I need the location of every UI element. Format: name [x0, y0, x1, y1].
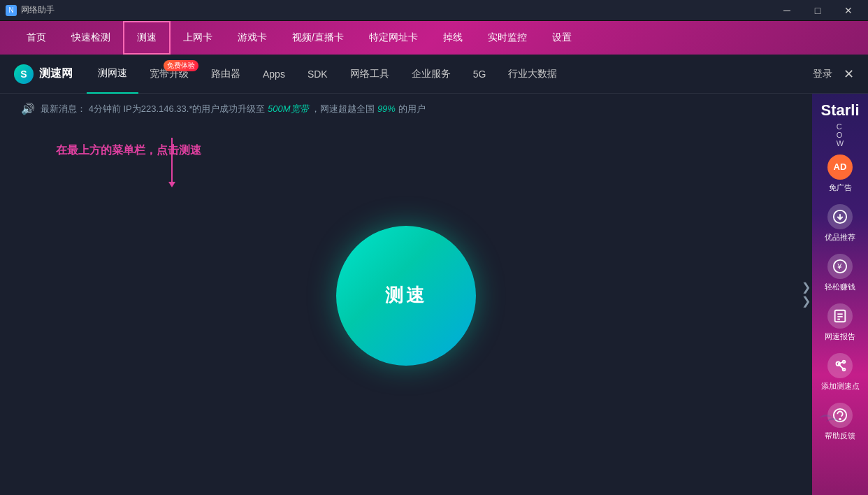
logo-text: 测速网	[39, 66, 73, 81]
top-nav: 首页 快速检测 测速 上网卡 游戏卡 视频/直播卡 特定网址卡 掉线 实时监控 …	[0, 21, 868, 55]
close-inner-button[interactable]: ✕	[844, 66, 854, 82]
inner-nav-item-5g[interactable]: 5G	[462, 55, 498, 94]
ticker-highlight2: 99%	[377, 103, 396, 114]
inner-nav-item-tools[interactable]: 网络工具	[339, 55, 400, 94]
sidebar-label-earn: 轻松赚钱	[825, 282, 855, 292]
login-button[interactable]: 登录	[813, 68, 832, 80]
sidebar-label-recommend: 优品推荐	[825, 232, 855, 243]
speed-test-button[interactable]: 测速	[336, 226, 476, 366]
maximize-button[interactable]: □	[804, 0, 832, 21]
ticker-middle: ，网速超越全国	[311, 103, 375, 114]
sidebar-label-report: 网速报告	[825, 331, 855, 342]
app-title: 网络助手	[21, 4, 55, 16]
report-icon	[827, 303, 853, 329]
free-badge: 免费体验	[164, 60, 198, 71]
top-nav-item-disconnect[interactable]: 掉线	[431, 21, 475, 55]
news-ticker: 🔊 最新消息： 4分钟前 IP为223.146.33.*的用户成功升级至 500…	[0, 94, 812, 124]
sidebar-item-recommend[interactable]: 优品推荐	[812, 199, 868, 248]
sidebar-item-report[interactable]: 网速报告	[812, 298, 868, 347]
main-content: 🔊 最新消息： 4分钟前 IP为223.146.33.*的用户成功升级至 500…	[0, 94, 868, 495]
add-node-icon	[827, 353, 853, 378]
ticker-text: 4分钟前 IP为223.146.33.*的用户成功升级至	[89, 103, 266, 114]
top-nav-item-video[interactable]: 视频/直播卡	[280, 21, 356, 55]
app-icon: N	[6, 5, 17, 16]
minimize-button[interactable]: ─	[773, 0, 801, 21]
sidebar-item-no-ads[interactable]: AD 免广告	[812, 149, 868, 199]
ticker-content: 最新消息： 4分钟前 IP为223.146.33.*的用户成功升级至 500M宽…	[41, 103, 426, 115]
top-nav-item-internet[interactable]: 上网卡	[171, 21, 225, 55]
inner-nav-items: 测网速 宽带升级 免费体验 路由器 Apps SDK 网络工具 企业服务 5G …	[87, 55, 813, 94]
top-nav-item-speedtest[interactable]: 测速	[123, 21, 171, 55]
inner-nav-item-speed[interactable]: 测网速	[87, 55, 138, 94]
sidebar-label-no-ads: 免广告	[829, 182, 852, 193]
ticker-highlight1: 500M宽带	[268, 103, 309, 114]
window-controls: ─ □ ✕	[773, 0, 862, 21]
inner-nav-item-broadband[interactable]: 宽带升级 免费体验	[138, 55, 200, 94]
inner-nav-item-enterprise[interactable]: 企业服务	[400, 55, 462, 94]
sidebar-arrow-1: ❯	[802, 282, 811, 293]
sidebar-sub-text: COW	[831, 121, 849, 149]
logo-symbol: S	[20, 69, 27, 80]
earn-icon: ¥	[827, 254, 853, 279]
inner-nav-right: 登录 ✕	[813, 66, 854, 82]
content-area: 🔊 最新消息： 4分钟前 IP为223.146.33.*的用户成功升级至 500…	[0, 94, 812, 495]
logo-area: S 测速网	[14, 64, 73, 84]
inner-nav-item-apps[interactable]: Apps	[252, 55, 296, 94]
bird-decoration	[812, 397, 868, 453]
title-bar: N 网络助手 ─ □ ✕	[0, 0, 868, 21]
sidebar-item-add-node[interactable]: 添加测速点	[812, 347, 868, 397]
sidebar-arrows: ❯ ❯	[802, 282, 811, 307]
sidebar-item-earn[interactable]: ¥ 轻松赚钱	[812, 248, 868, 298]
speed-btn-label: 测速	[385, 283, 427, 308]
title-bar-left: N 网络助手	[6, 4, 55, 16]
top-nav-item-home[interactable]: 首页	[14, 21, 59, 55]
top-nav-item-monitor[interactable]: 实时监控	[475, 21, 540, 55]
inner-nav-item-router[interactable]: 路由器	[200, 55, 252, 94]
logo-icon: S	[14, 64, 34, 84]
ticker-icon: 🔊	[21, 102, 35, 115]
inner-nav: S 测速网 测网速 宽带升级 免费体验 路由器 Apps SDK 网络工具 企业…	[0, 55, 868, 94]
ad-icon: AD	[827, 155, 853, 180]
sidebar-arrow-2: ❯	[802, 296, 811, 307]
right-sidebar: Starli COW AD 免广告 优品推荐 ¥	[812, 94, 868, 495]
top-nav-item-game[interactable]: 游戏卡	[225, 21, 280, 55]
close-button[interactable]: ✕	[834, 0, 862, 21]
sidebar-header-text: Starli	[815, 94, 865, 121]
recommend-icon	[827, 204, 853, 229]
top-nav-item-url[interactable]: 特定网址卡	[356, 21, 431, 55]
ticker-prefix: 最新消息：	[41, 103, 86, 114]
sidebar-label-add-node: 添加测速点	[821, 381, 860, 392]
svg-text:¥: ¥	[837, 261, 842, 270]
ticker-suffix: 的用户	[398, 103, 426, 114]
inner-nav-item-bigdata[interactable]: 行业大数据	[497, 55, 568, 94]
top-nav-item-settings[interactable]: 设置	[540, 21, 584, 55]
top-nav-item-quickcheck[interactable]: 快速检测	[59, 21, 123, 55]
speed-test-area: 测速	[336, 124, 476, 495]
inner-nav-item-sdk[interactable]: SDK	[296, 55, 339, 94]
